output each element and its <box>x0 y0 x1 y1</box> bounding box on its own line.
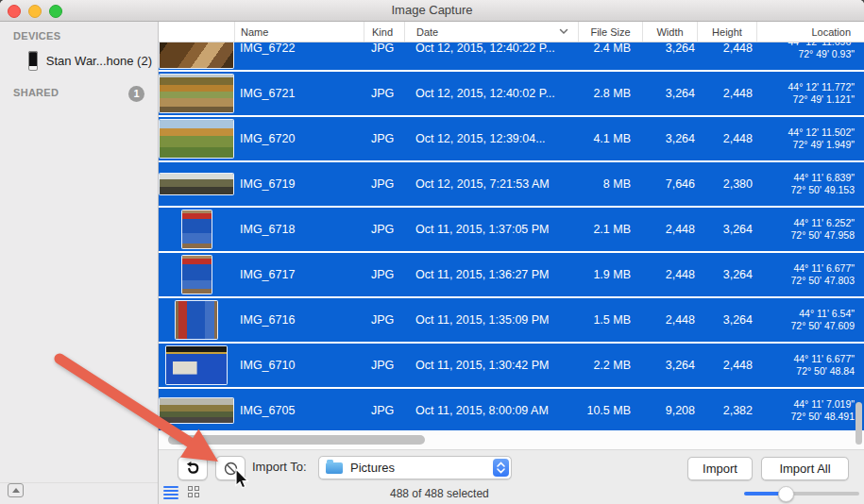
photo-height: 2,448 <box>697 87 756 100</box>
photo-date: Oct 11, 2015, 1:35:09 PM <box>404 313 578 327</box>
photo-width: 3,264 <box>642 132 697 145</box>
photo-height: 2,380 <box>697 177 756 191</box>
column-header-kind[interactable]: Kind <box>364 22 404 42</box>
photo-width: 3,264 <box>642 42 697 55</box>
photo-list-viewport: IMG_6722 JPG Oct 12, 2015, 12:40:22 P...… <box>159 42 864 430</box>
window-title: Image Capture <box>0 0 864 21</box>
photo-height: 3,264 <box>697 223 756 236</box>
photo-name: IMG_6721 <box>234 87 364 100</box>
photo-location: 44° 11' 7.019" 72° 50' 48.491 <box>756 398 864 423</box>
photo-name: IMG_6717 <box>234 268 364 281</box>
photo-kind: JPG <box>364 132 404 145</box>
shared-count-badge: 1 <box>128 86 144 102</box>
photo-name: IMG_6716 <box>234 313 364 327</box>
photo-date: Oct 12, 2015, 12:40:22 P... <box>404 42 578 55</box>
photo-date: Oct 11, 2015, 1:30:42 PM <box>404 359 578 372</box>
photo-thumbnail <box>160 174 233 194</box>
photo-filesize: 2.8 MB <box>578 87 642 100</box>
table-header: Name Kind Date File Size Width Height Lo… <box>159 22 864 42</box>
photo-filesize: 10.5 MB <box>578 404 642 417</box>
photo-thumbnail <box>160 75 233 112</box>
photo-thumbnail <box>166 346 227 384</box>
photo-thumbnail <box>176 301 217 339</box>
column-header-height[interactable]: Height <box>697 22 756 42</box>
photo-name: IMG_6719 <box>234 177 364 191</box>
import-destination-dropdown[interactable]: Pictures <box>318 456 512 479</box>
photo-thumbnail <box>182 256 212 294</box>
photo-date: Oct 11, 2015, 1:37:05 PM <box>404 223 578 236</box>
table-row[interactable]: IMG_6720 JPG Oct 12, 2015, 12:39:04... 4… <box>159 117 864 160</box>
dropdown-stepper-icon <box>493 459 509 477</box>
photo-height: 2,448 <box>697 132 756 145</box>
photo-filesize: 8 MB <box>578 177 642 191</box>
photo-height: 2,448 <box>697 42 756 55</box>
thumbnail-size-slider[interactable] <box>744 492 859 496</box>
photo-thumbnail <box>160 42 233 68</box>
slider-thumb[interactable] <box>778 486 794 502</box>
iphone-icon <box>28 51 38 71</box>
table-row[interactable]: IMG_6717 JPG Oct 11, 2015, 1:36:27 PM 1.… <box>159 253 864 296</box>
column-header-name[interactable]: Name <box>234 22 364 42</box>
main-panel: Name Kind Date File Size Width Height Lo… <box>159 22 864 504</box>
sidebar-toggle-icon[interactable] <box>8 483 24 497</box>
rotate-button[interactable] <box>178 456 208 480</box>
photo-filesize: 2.4 MB <box>578 42 642 55</box>
shared-section-label: SHARED <box>0 87 59 102</box>
photo-name: IMG_6720 <box>234 132 364 145</box>
photo-width: 2,448 <box>642 313 697 327</box>
table-row[interactable]: IMG_6718 JPG Oct 11, 2015, 1:37:05 PM 2.… <box>159 208 864 251</box>
photo-filesize: 1.9 MB <box>578 268 642 281</box>
photo-filesize: 4.1 MB <box>578 132 642 145</box>
column-header-width[interactable]: Width <box>642 22 697 42</box>
photo-date: Oct 11, 2015, 1:36:27 PM <box>404 268 578 281</box>
photo-location: 44° 11' 6.252" 72° 50' 47.958 <box>756 217 864 242</box>
table-row[interactable]: IMG_6716 JPG Oct 11, 2015, 1:35:09 PM 1.… <box>159 298 864 342</box>
folder-icon <box>326 462 343 474</box>
photo-height: 3,264 <box>697 313 756 327</box>
photo-kind: JPG <box>364 177 404 191</box>
image-capture-window: Image Capture DEVICES Stan War...hone (2… <box>0 0 864 504</box>
selection-status: 488 of 488 selected <box>390 482 489 504</box>
sidebar: DEVICES Stan War...hone (2) SHARED 1 <box>0 22 159 504</box>
photo-height: 2,382 <box>697 404 756 417</box>
photo-name: IMG_6718 <box>234 223 364 236</box>
import-all-button[interactable]: Import All <box>761 457 849 480</box>
photo-width: 2,448 <box>642 268 697 281</box>
photo-kind: JPG <box>364 359 404 372</box>
title-bar: Image Capture <box>0 0 864 22</box>
photo-date: Oct 12, 2015, 12:39:04... <box>404 132 578 145</box>
table-row[interactable]: IMG_6705 JPG Oct 11, 2015, 8:00:09 AM 10… <box>159 389 864 430</box>
column-header-filesize[interactable]: File Size <box>578 22 642 42</box>
column-header-thumbnail[interactable] <box>159 22 234 42</box>
table-row[interactable]: IMG_6722 JPG Oct 12, 2015, 12:40:22 P...… <box>159 42 864 70</box>
photo-location: 44° 12' 11.502" 72° 49' 1.949" <box>756 126 864 151</box>
photo-kind: JPG <box>364 313 404 327</box>
table-row[interactable]: IMG_6721 JPG Oct 12, 2015, 12:40:02 P...… <box>159 72 864 115</box>
photo-kind: JPG <box>364 404 404 417</box>
vertical-scrollbar[interactable] <box>856 402 862 445</box>
import-destination-value: Pictures <box>350 461 493 475</box>
devices-section-label: DEVICES <box>0 22 158 45</box>
sidebar-item-device[interactable]: Stan War...hone (2) <box>0 45 158 76</box>
column-header-location[interactable]: Location <box>756 22 864 42</box>
table-row[interactable]: IMG_6710 JPG Oct 11, 2015, 1:30:42 PM 2.… <box>159 344 864 387</box>
column-header-date[interactable]: Date <box>404 22 578 42</box>
delete-button[interactable] <box>215 456 246 480</box>
photo-name: IMG_6710 <box>234 359 364 372</box>
photo-location: 44° 12' 11.772" 72° 49' 1.121" <box>756 81 864 106</box>
rotate-icon <box>185 461 201 477</box>
toolbar: Import To: Pictures Import Import All <box>159 450 864 482</box>
grid-view-icon[interactable] <box>188 486 201 499</box>
horizontal-scrollbar[interactable] <box>168 435 425 445</box>
photo-width: 9,208 <box>642 404 697 417</box>
import-button[interactable]: Import <box>687 457 753 480</box>
photo-name: IMG_6722 <box>234 42 364 55</box>
table-row[interactable]: IMG_6719 JPG Oct 12, 2015, 7:21:53 AM 8 … <box>159 162 864 206</box>
photo-height: 3,264 <box>697 268 756 281</box>
photo-thumbnail <box>182 210 212 248</box>
photo-date: Oct 11, 2015, 8:00:09 AM <box>404 404 578 417</box>
photo-location: 44° 11' 6.677" 72° 50' 48.84 <box>756 353 864 378</box>
photo-filesize: 1.5 MB <box>578 313 642 327</box>
photo-location: 44° 11' 6.677" 72° 50' 47.803 <box>756 262 864 287</box>
list-view-icon[interactable] <box>163 486 178 499</box>
